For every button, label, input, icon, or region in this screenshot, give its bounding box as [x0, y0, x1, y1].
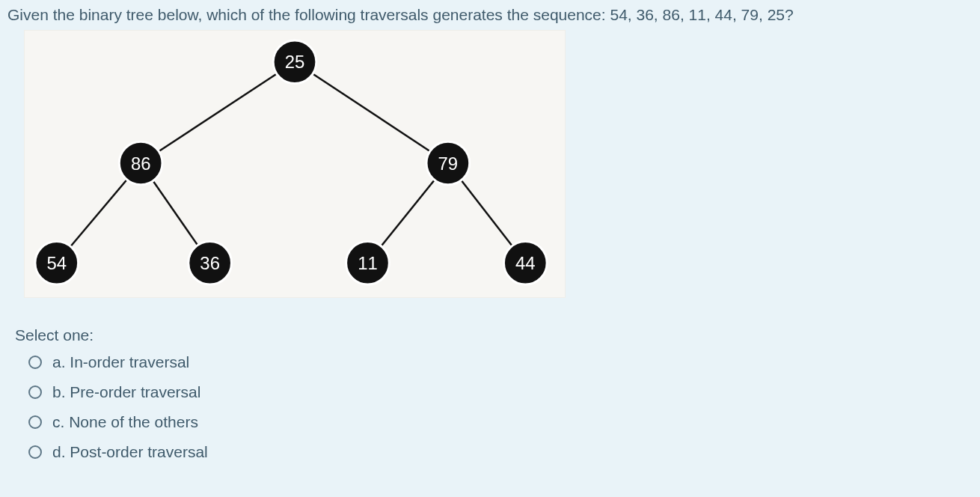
select-one-label: Select one:: [15, 326, 973, 344]
tree-node-leftright: 36: [189, 242, 232, 285]
option-d-label[interactable]: d. Post-order traversal: [52, 443, 208, 461]
tree-node-left-label: 86: [131, 153, 151, 174]
option-d-text: Post-order traversal: [70, 443, 207, 460]
option-b[interactable]: b. Pre-order traversal: [28, 383, 973, 401]
radio-a[interactable]: [28, 356, 42, 369]
option-a[interactable]: a. In-order traversal: [28, 353, 973, 371]
option-a-text: In-order traversal: [70, 353, 189, 371]
tree-node-leftleft-label: 54: [47, 253, 67, 273]
tree-node-rightleft: 11: [346, 242, 390, 285]
edge-root-right: [295, 62, 448, 163]
tree-svg: 25 86 79 54 36 11: [25, 31, 565, 297]
tree-node-leftright-label: 36: [200, 253, 220, 273]
option-c-text: None of the others: [69, 413, 198, 430]
tree-node-right-label: 79: [438, 153, 459, 174]
option-b-letter: b.: [52, 383, 66, 400]
option-d[interactable]: d. Post-order traversal: [28, 443, 973, 461]
option-a-label[interactable]: a. In-order traversal: [52, 353, 189, 371]
tree-diagram: 25 86 79 54 36 11: [24, 30, 566, 298]
radio-b[interactable]: [28, 385, 42, 399]
tree-node-rightright: 44: [503, 242, 547, 285]
tree-node-left: 86: [119, 142, 162, 186]
option-d-letter: d.: [52, 443, 66, 460]
option-b-text: Pre-order traversal: [70, 383, 200, 400]
radio-c[interactable]: [28, 415, 42, 429]
option-c-label[interactable]: c. None of the others: [52, 413, 198, 431]
tree-node-rightright-label: 44: [515, 253, 536, 273]
tree-node-right: 79: [426, 142, 470, 186]
option-a-letter: a.: [52, 353, 66, 371]
option-c-letter: c.: [52, 413, 64, 430]
tree-node-rightleft-label: 11: [358, 253, 378, 273]
radio-d[interactable]: [28, 445, 42, 459]
option-b-label[interactable]: b. Pre-order traversal: [52, 383, 200, 401]
edge-root-left: [141, 62, 295, 163]
question-text: Given the binary tree below, which of th…: [7, 4, 973, 25]
option-c[interactable]: c. None of the others: [28, 413, 973, 431]
tree-node-root-label: 25: [285, 52, 305, 73]
tree-node-root: 25: [273, 40, 316, 84]
tree-node-leftleft: 54: [35, 242, 79, 285]
options-list: a. In-order traversal b. Pre-order trave…: [28, 353, 973, 461]
